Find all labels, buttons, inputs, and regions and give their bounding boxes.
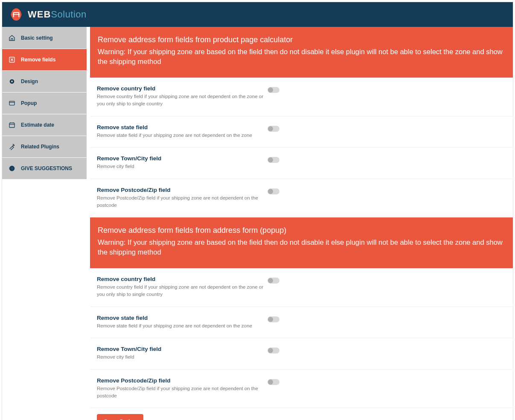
sidebar-item-label: Design [21, 78, 38, 84]
setting-desc: Remove country field if your shipping zo… [97, 284, 268, 298]
setting-title: Remove country field [97, 85, 268, 92]
save-button[interactable]: Save Option [97, 414, 143, 420]
setting-desc: Remove Postcode/Zip field if your shippi… [97, 385, 268, 399]
sidebar-item-related-plugins[interactable]: Related Plugins [2, 136, 87, 157]
toggle-remove-postcode-2[interactable] [268, 379, 279, 385]
calendar-icon [8, 121, 16, 129]
sidebar: Basic setting Remove fields Design Popup [2, 27, 87, 420]
logo-text: WEBSolution [28, 9, 87, 20]
sidebar-item-label: Remove fields [21, 57, 55, 63]
setting-title: Remove Town/City field [97, 155, 268, 162]
setting-desc: Remove state field if your shipping zone… [97, 132, 268, 139]
sidebar-item-popup[interactable]: Popup [2, 92, 87, 114]
section-warning: Warning: If your shipping zone are based… [98, 238, 505, 257]
setting-desc: Remove country field if your shipping zo… [97, 93, 268, 107]
design-icon [8, 78, 16, 85]
svg-rect-4 [9, 123, 15, 127]
toggle-remove-state-2[interactable] [268, 316, 279, 322]
logo-mark-icon [8, 7, 24, 22]
logo: WEBSolution [8, 7, 87, 22]
sidebar-item-design[interactable]: Design [2, 70, 87, 92]
sidebar-item-give-suggestions[interactable]: ? GIVE SUGGESTIONS [2, 157, 87, 179]
setting-row-remove-postcode-1: Remove Postcode/Zip field Remove Postcod… [90, 179, 513, 217]
svg-rect-3 [9, 101, 15, 105]
svg-point-2 [11, 81, 13, 82]
toggle-remove-postcode-1[interactable] [268, 188, 279, 194]
sidebar-item-label: Basic setting [21, 35, 53, 41]
section-title: Remove address form fields from product … [98, 35, 505, 44]
sidebar-item-label: GIVE SUGGESTIONS [21, 165, 72, 171]
help-icon: ? [8, 165, 16, 172]
plugin-icon [8, 143, 16, 151]
home-icon [8, 34, 16, 42]
sidebar-item-basic-setting[interactable]: Basic setting [2, 27, 87, 49]
setting-title: Remove state field [97, 315, 268, 321]
setting-row-remove-country-1: Remove country field Remove country fiel… [90, 78, 513, 116]
sidebar-item-label: Popup [21, 100, 37, 106]
toggle-remove-country-2[interactable] [268, 278, 279, 284]
section-title: Remove address form fields from address … [98, 226, 505, 235]
setting-title: Remove Town/City field [97, 346, 268, 352]
main-content: Remove address form fields from product … [87, 27, 513, 420]
setting-row-remove-state-2: Remove state field Remove state field if… [90, 307, 513, 339]
setting-desc: Remove city field [97, 163, 268, 170]
setting-desc: Remove city field [97, 353, 268, 361]
section-banner-2: Remove address form fields from address … [90, 217, 513, 268]
toggle-remove-state-1[interactable] [268, 126, 279, 132]
setting-title: Remove Postcode/Zip field [97, 377, 268, 384]
sidebar-item-remove-fields[interactable]: Remove fields [2, 49, 87, 70]
section-banner-1: Remove address form fields from product … [90, 27, 513, 78]
setting-title: Remove state field [97, 124, 268, 130]
section-warning: Warning: If your shipping zone are based… [98, 47, 505, 67]
setting-title: Remove country field [97, 276, 268, 282]
svg-text:?: ? [11, 167, 13, 171]
toggle-remove-city-1[interactable] [268, 157, 279, 163]
sidebar-item-label: Estimate date [21, 122, 54, 128]
logo-web: WEB [28, 9, 51, 20]
setting-row-remove-state-1: Remove state field Remove state field if… [90, 116, 513, 148]
setting-row-remove-country-2: Remove country field Remove country fiel… [90, 268, 513, 307]
setting-row-remove-postcode-2: Remove Postcode/Zip field Remove Postcod… [90, 370, 513, 408]
toggle-remove-city-2[interactable] [268, 348, 279, 353]
toggle-remove-country-1[interactable] [268, 87, 279, 93]
setting-row-remove-city-1: Remove Town/City field Remove city field [90, 148, 513, 179]
logo-solution: Solution [51, 9, 87, 20]
remove-fields-icon [8, 56, 16, 64]
setting-desc: Remove Postcode/Zip field if your shippi… [97, 194, 268, 209]
setting-row-remove-city-2: Remove Town/City field Remove city field [90, 338, 513, 370]
setting-title: Remove Postcode/Zip field [97, 187, 268, 193]
popup-icon [8, 99, 16, 107]
setting-desc: Remove state field if your shipping zone… [97, 322, 268, 330]
topbar: WEBSolution [2, 2, 513, 27]
sidebar-item-label: Related Plugins [21, 144, 59, 150]
sidebar-item-estimate-date[interactable]: Estimate date [2, 114, 87, 136]
